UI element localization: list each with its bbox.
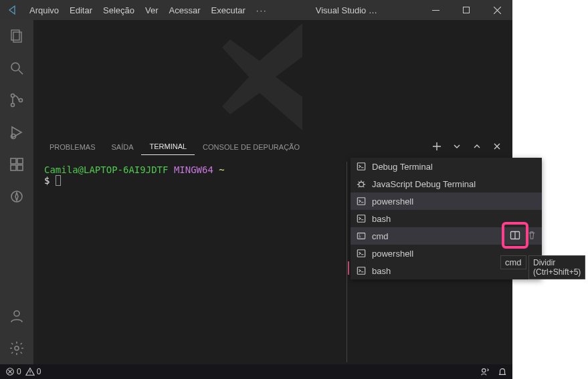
terminal-icon: [356, 162, 367, 171]
bug-icon: [356, 179, 367, 188]
menu-selecao[interactable]: Seleção: [98, 0, 140, 20]
explorer-icon[interactable]: [0, 20, 33, 52]
terminal-user-host: Camila@LAPTOP-6AI9JDTF: [44, 164, 168, 175]
menu-acessar[interactable]: Acessar: [164, 0, 206, 20]
dropdown-item-label: cmd: [372, 231, 389, 241]
dropdown-item-label: powershell: [372, 249, 413, 259]
status-feedback-icon[interactable]: [480, 367, 490, 376]
tab-saida[interactable]: SAÍDA: [103, 138, 141, 155]
dropdown-item-label: Debug Terminal: [372, 162, 433, 172]
maximize-panel-button[interactable]: [470, 139, 484, 154]
dropdown-item-label: JavaScript Debug Terminal: [372, 179, 476, 189]
tab-terminal[interactable]: TERMINAL: [141, 137, 195, 155]
svg-point-15: [15, 346, 19, 350]
accounts-icon[interactable]: [0, 300, 33, 332]
terminal-dropdown-button[interactable]: [450, 139, 464, 154]
svg-rect-20: [357, 233, 365, 239]
run-debug-icon[interactable]: [0, 116, 33, 148]
statusbar: 0 0: [0, 364, 512, 379]
svg-rect-3: [13, 32, 21, 42]
panel: PROBLEMAS SAÍDA TERMINAL CONSOLE DE DEPU…: [33, 134, 512, 364]
svg-rect-11: [11, 165, 16, 170]
dropdown-item-debug-terminal[interactable]: Debug Terminal: [351, 158, 542, 175]
split-tooltip: Dividir (Ctrl+Shift+5): [528, 255, 585, 279]
dropdown-item-label: bash: [372, 266, 391, 276]
cmd-icon: [356, 231, 367, 241]
close-panel-button[interactable]: [490, 139, 504, 154]
svg-point-14: [14, 311, 19, 316]
settings-gear-icon[interactable]: [0, 332, 33, 364]
tab-problemas[interactable]: PROBLEMAS: [41, 138, 103, 155]
dropdown-item-powershell[interactable]: powershell: [351, 193, 542, 210]
split-terminal-button[interactable]: [507, 227, 523, 243]
search-icon[interactable]: [0, 52, 33, 84]
extensions-icon[interactable]: [0, 148, 33, 180]
status-errors[interactable]: 0: [5, 367, 21, 376]
svg-point-25: [482, 369, 486, 372]
svg-point-5: [11, 94, 15, 98]
svg-rect-1: [463, 7, 469, 13]
svg-point-17: [359, 182, 364, 186]
vscode-logo-icon: [0, 5, 24, 15]
editor-area: [33, 20, 512, 134]
terminal-prompt: $: [44, 175, 50, 186]
svg-rect-2: [11, 30, 19, 40]
svg-rect-10: [17, 158, 23, 164]
terminal-icon: [356, 266, 367, 275]
trash-icon[interactable]: [527, 231, 536, 242]
terminal-cursor: [56, 175, 61, 186]
terminal-icon: [356, 249, 367, 258]
svg-rect-12: [17, 165, 23, 170]
svg-point-4: [11, 63, 19, 71]
svg-point-7: [19, 99, 23, 102]
dropdown-active-marker: [348, 261, 349, 275]
terminal-path: ~: [219, 164, 224, 175]
minimize-button[interactable]: [420, 0, 451, 20]
svg-rect-0: [432, 10, 439, 11]
terminal-shell: MINGW64: [174, 164, 213, 175]
menu-ver[interactable]: Ver: [140, 0, 164, 20]
source-control-icon[interactable]: [0, 84, 33, 116]
status-bell-icon[interactable]: [498, 367, 507, 376]
vscode-window: Arquivo Editar Seleção Ver Acessar Execu…: [0, 0, 512, 379]
status-warnings[interactable]: 0: [25, 367, 41, 376]
terminal-icon: [356, 214, 367, 223]
terminal-icon: [356, 197, 367, 206]
dropdown-item-label: bash: [372, 214, 391, 224]
vscode-watermark-icon: [33, 20, 512, 134]
terminal-tab-cmd[interactable]: cmd: [500, 255, 526, 269]
svg-rect-9: [11, 158, 16, 164]
maximize-button[interactable]: [451, 0, 482, 20]
menu-editar[interactable]: Editar: [64, 0, 98, 20]
new-terminal-button[interactable]: [429, 139, 444, 154]
split-terminal-highlight: [502, 222, 528, 249]
menu-arquivo[interactable]: Arquivo: [24, 0, 64, 20]
quokka-icon[interactable]: [0, 180, 33, 213]
svg-point-6: [11, 104, 15, 107]
close-button[interactable]: [482, 0, 512, 20]
dropdown-item-label: powershell: [372, 197, 413, 207]
dropdown-item-js-debug-terminal[interactable]: JavaScript Debug Terminal: [351, 175, 542, 193]
dropdown-separator: [347, 162, 347, 362]
activity-bar: [0, 20, 33, 364]
